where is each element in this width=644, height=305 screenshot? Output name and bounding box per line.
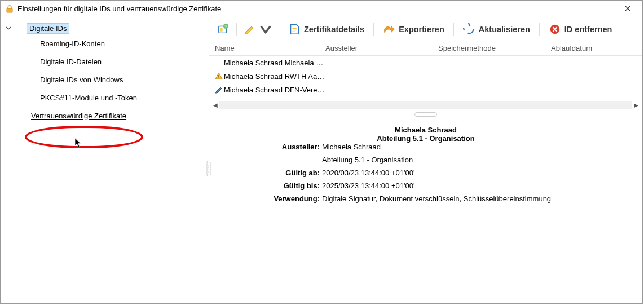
add-id-button[interactable] bbox=[214, 20, 233, 39]
row-name: Michaela Schraad RWTH Aachen CA Windows-… bbox=[224, 72, 325, 81]
svg-point-4 bbox=[208, 169, 209, 170]
export-label: Exportieren bbox=[399, 25, 444, 34]
edit-button[interactable] bbox=[240, 20, 275, 39]
close-button[interactable] bbox=[617, 5, 638, 13]
scroll-track[interactable] bbox=[219, 101, 632, 109]
svg-rect-9 bbox=[292, 28, 296, 29]
svg-point-3 bbox=[208, 167, 209, 167]
row-name: Michaela Schraad Michaela Schraad Window… bbox=[224, 59, 325, 67]
details-label: Zertifikatdetails bbox=[304, 25, 364, 34]
lock-icon bbox=[5, 5, 14, 14]
svg-rect-0 bbox=[7, 8, 12, 12]
scroll-left-icon[interactable]: ◀ bbox=[211, 102, 219, 108]
detail-org: Abteilung 5.1 - Organisation bbox=[220, 134, 631, 143]
mouse-cursor-icon bbox=[74, 138, 82, 148]
toolbar: Zertifikatdetails Exportieren Aktualisie… bbox=[209, 17, 642, 41]
sidebar-tree: Digitale IDs Roaming-ID-Konten Digitale … bbox=[1, 17, 209, 303]
table-row[interactable]: Michaela Schraad DFN-Verein Global Issui… bbox=[209, 83, 642, 96]
details-button[interactable]: Zertifikatdetails bbox=[283, 20, 370, 39]
remove-label: ID entfernen bbox=[564, 25, 612, 34]
tree-item-windows[interactable]: Digitale IDs von Windows bbox=[4, 70, 209, 89]
col-expiry[interactable]: Ablaufdatum bbox=[551, 44, 642, 52]
tree-item-pkcs11[interactable]: PKCS#11-Module und -Token bbox=[4, 89, 209, 107]
col-issuer[interactable]: Aussteller bbox=[325, 44, 438, 52]
tree-item-trusted[interactable]: Vertrauenswürdige Zertifikate bbox=[1, 107, 209, 125]
toolbar-separator bbox=[236, 23, 237, 36]
list-header[interactable]: Name Aussteller Speichermethode Ablaufda… bbox=[209, 41, 642, 56]
row-name: Michaela Schraad DFN-Verein Global Issui… bbox=[224, 86, 325, 94]
col-storage[interactable]: Speichermethode bbox=[438, 44, 551, 52]
main-panel: Zertifikatdetails Exportieren Aktualisie… bbox=[209, 17, 642, 303]
body: Digitale IDs Roaming-ID-Konten Digitale … bbox=[1, 17, 642, 303]
tree-root-label: Digitale IDs bbox=[27, 23, 69, 34]
window: Einstellungen für digitale IDs und vertr… bbox=[0, 0, 643, 304]
remove-button[interactable]: ID entfernen bbox=[543, 20, 618, 39]
annotation-circle bbox=[25, 126, 143, 148]
svg-rect-10 bbox=[292, 29, 296, 30]
svg-point-5 bbox=[208, 171, 209, 172]
refresh-button[interactable]: Aktualisieren bbox=[457, 20, 536, 39]
toolbar-separator bbox=[453, 23, 454, 36]
tree-item-roaming[interactable]: Roaming-ID-Konten bbox=[4, 34, 209, 52]
window-title: Einstellungen für digitale IDs und vertr… bbox=[17, 5, 617, 13]
svg-point-2 bbox=[208, 165, 209, 165]
row-issuer: DFN-Verein Global Issuing CA bbox=[285, 86, 325, 94]
tree-root[interactable]: Digitale IDs bbox=[4, 22, 209, 34]
titlebar: Einstellungen für digitale IDs und vertr… bbox=[1, 1, 642, 17]
scroll-right-icon[interactable]: ▶ bbox=[632, 102, 640, 108]
export-button[interactable]: Exportieren bbox=[377, 20, 450, 39]
detail-name: Michaela Schraad bbox=[220, 126, 631, 134]
tree-item-files[interactable]: Digitale ID-Dateien bbox=[4, 52, 209, 70]
svg-rect-11 bbox=[292, 31, 295, 32]
row-icon bbox=[214, 86, 224, 94]
svg-rect-14 bbox=[218, 78, 219, 78]
horizontal-scrollbar[interactable]: ◀ ▶ bbox=[209, 100, 642, 110]
pane-splitter[interactable] bbox=[206, 161, 211, 176]
table-row[interactable]: Michaela Schraad RWTH Aachen CA Windows-… bbox=[209, 69, 642, 83]
cert-details: Michaela Schraad Abteilung 5.1 - Organis… bbox=[209, 119, 642, 214]
row-icon bbox=[214, 72, 224, 80]
table-row[interactable]: Michaela Schraad Michaela Schraad Window… bbox=[209, 56, 642, 69]
col-name[interactable]: Name bbox=[214, 44, 325, 52]
svg-rect-13 bbox=[218, 75, 219, 77]
toolbar-separator bbox=[373, 23, 374, 36]
vertical-splitter[interactable] bbox=[209, 110, 642, 119]
svg-rect-7 bbox=[220, 28, 223, 31]
svg-rect-1 bbox=[207, 161, 210, 176]
collapse-icon[interactable] bbox=[5, 25, 12, 32]
row-issuer: RWTH Aachen CA Windows-Zertifikatspeiche… bbox=[285, 72, 325, 81]
toolbar-separator bbox=[539, 23, 540, 36]
toolbar-separator bbox=[279, 23, 279, 36]
refresh-label: Aktualisieren bbox=[479, 25, 530, 34]
row-issuer: Michaela Schraad Windows-Zertifikatspeic… bbox=[285, 59, 325, 67]
cert-list: Name Aussteller Speichermethode Ablaufda… bbox=[209, 41, 642, 119]
